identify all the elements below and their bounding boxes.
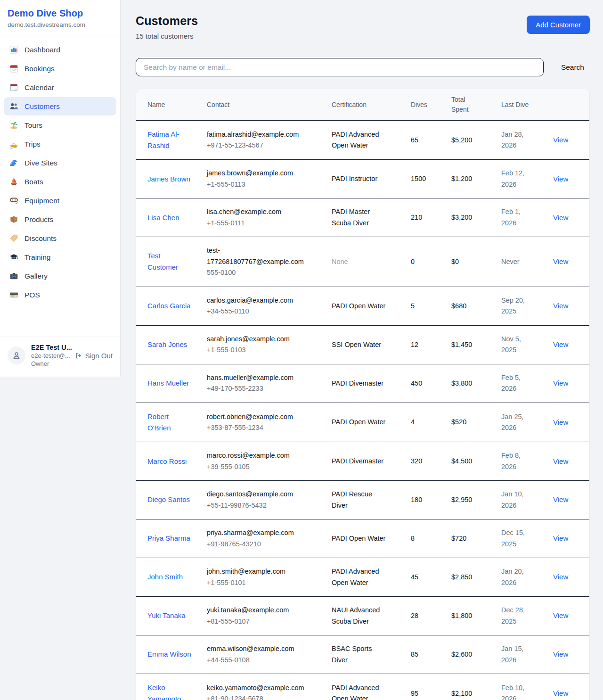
col-header-total-spent: Total Spent xyxy=(451,89,501,121)
view-customer-link[interactable]: View xyxy=(553,611,568,619)
gallery-icon xyxy=(9,272,18,280)
sidebar-item-customers[interactable]: Customers xyxy=(4,97,116,115)
calendar-icon xyxy=(9,83,18,92)
customer-total-spent: $2,850 xyxy=(451,573,472,581)
search-input[interactable] xyxy=(136,58,544,76)
customer-name-link[interactable]: John Smith xyxy=(147,571,183,583)
sidebar-item-calendar[interactable]: Calendar xyxy=(4,78,116,97)
view-customer-link[interactable]: View xyxy=(553,495,568,503)
sidebar-item-discounts[interactable]: Discounts xyxy=(4,229,116,247)
customer-total-spent: $680 xyxy=(451,302,466,310)
view-customer-link[interactable]: View xyxy=(553,650,568,658)
sign-out-icon xyxy=(75,352,82,359)
contact-cell: test-1772681807767@example.com 555-0100 xyxy=(207,237,332,287)
customer-email: marco.rossi@example.com xyxy=(207,450,308,461)
view-cell: View xyxy=(553,121,590,160)
view-customer-link[interactable]: View xyxy=(553,214,568,222)
customer-last-dive: Jan 28, 2026 xyxy=(501,131,524,149)
customer-row: Carlos Garcia carlos.garcia@example.com … xyxy=(136,287,590,325)
col-header-last-dive: Last Dive xyxy=(501,89,553,121)
customer-name-link[interactable]: Emma Wilson xyxy=(147,649,191,660)
sidebar-item-dive-sites[interactable]: Dive Sites xyxy=(4,154,116,172)
sidebar-item-bookings[interactable]: 17 Bookings xyxy=(4,59,116,78)
sidebar-item-dashboard[interactable]: Dashboard xyxy=(4,41,116,59)
dive-sites-icon xyxy=(9,158,18,167)
customer-email: yuki.tanaka@example.com xyxy=(207,605,308,616)
view-cell: View xyxy=(553,198,590,237)
name-cell: James Brown xyxy=(136,160,207,198)
view-customer-link[interactable]: View xyxy=(553,573,568,581)
customer-name-link[interactable]: Test Customer xyxy=(147,250,193,273)
sidebar-item-pos[interactable]: POS xyxy=(4,286,116,304)
sidebar-item-label: Products xyxy=(24,215,53,224)
customer-name-link[interactable]: Lisa Chen xyxy=(147,212,179,223)
name-cell: Test Customer xyxy=(136,237,207,287)
customer-name-link[interactable]: Yuki Tanaka xyxy=(147,610,186,621)
dives-cell: 0 xyxy=(411,237,451,287)
sidebar-item-boats[interactable]: Boats xyxy=(4,173,116,191)
view-customer-link[interactable]: View xyxy=(553,379,568,387)
sign-out-button[interactable]: Sign Out xyxy=(75,352,113,360)
sidebar-item-products[interactable]: Products xyxy=(4,210,116,229)
search-button[interactable]: Search xyxy=(555,59,590,75)
col-header-dives: Dives xyxy=(411,89,451,121)
certification-cell: PADI Open Water xyxy=(332,519,411,558)
customer-name-link[interactable]: Keiko Yamamoto xyxy=(147,682,193,700)
view-customer-link[interactable]: View xyxy=(553,418,568,426)
add-customer-button[interactable]: Add Customer xyxy=(527,16,590,34)
customer-name-link[interactable]: Hans Mueller xyxy=(147,378,189,389)
customer-name-link[interactable]: Marco Rossi xyxy=(147,456,187,467)
customer-last-dive: Never xyxy=(501,258,520,265)
customer-certification: PADI Open Water xyxy=(332,535,385,542)
avatar xyxy=(8,346,25,364)
customer-name-link[interactable]: Carlos Garcia xyxy=(147,300,191,312)
user-name: E2E Test U... xyxy=(31,344,69,351)
certification-cell: NAUI Advanced Scuba Diver xyxy=(332,597,411,635)
total-spent-cell: $3,800 xyxy=(451,364,501,403)
view-cell: View xyxy=(553,481,590,519)
view-customer-link[interactable]: View xyxy=(553,534,568,542)
customer-phone: +44-555-0108 xyxy=(207,655,308,666)
customer-phone: +353-87-555-1234 xyxy=(207,422,308,433)
sidebar-item-trips[interactable]: Trips xyxy=(4,135,116,153)
customer-name-link[interactable]: Priya Sharma xyxy=(147,533,190,544)
customer-phone: +49-170-555-2233 xyxy=(207,383,308,394)
last-dive-cell: Nov 5, 2025 xyxy=(501,325,553,364)
customer-name-link[interactable]: Fatima Al-Rashid xyxy=(147,129,193,151)
view-customer-link[interactable]: View xyxy=(553,302,568,310)
customer-name-link[interactable]: Robert O'Brien xyxy=(147,411,193,434)
sidebar-item-equipment[interactable]: Equipment xyxy=(4,191,116,210)
view-customer-link[interactable]: View xyxy=(553,136,568,144)
certification-cell: BSAC Sports Diver xyxy=(332,635,411,674)
customer-name-link[interactable]: James Brown xyxy=(147,173,190,185)
customer-email: emma.wilson@example.com xyxy=(207,643,308,654)
customer-total-spent: $0 xyxy=(451,258,459,265)
page-header: Customers 15 total customers Add Custome… xyxy=(136,14,590,40)
customer-row: Robert O'Brien robert.obrien@example.com… xyxy=(136,403,590,442)
certification-cell: PADI Advanced Open Water xyxy=(332,558,411,597)
sidebar-item-gallery[interactable]: Gallery xyxy=(4,267,116,285)
sidebar-item-tours[interactable]: Tours xyxy=(4,116,116,134)
total-spent-cell: $720 xyxy=(451,519,501,558)
user-box: E2E Test U... e2e-tester@... Owner Sign … xyxy=(0,337,120,377)
name-cell: Diego Santos xyxy=(136,481,207,519)
customer-name-link[interactable]: Diego Santos xyxy=(147,494,190,505)
name-cell: John Smith xyxy=(136,558,207,597)
customer-total-spent: $520 xyxy=(451,418,466,426)
sidebar-item-training[interactable]: Training xyxy=(4,248,116,266)
view-customer-link[interactable]: View xyxy=(553,457,568,465)
equipment-icon xyxy=(9,196,18,205)
customer-email: priya.sharma@example.com xyxy=(207,527,308,538)
customer-phone: +81-555-0107 xyxy=(207,616,308,627)
view-customer-link[interactable]: View xyxy=(553,340,568,348)
certification-cell: PADI Open Water xyxy=(332,403,411,442)
customer-dives: 4 xyxy=(411,418,415,426)
customer-certification: PADI Advanced Open Water xyxy=(332,131,379,149)
view-cell: View xyxy=(553,442,590,481)
customer-email: lisa.chen@example.com xyxy=(207,206,308,217)
customer-name-link[interactable]: Sarah Jones xyxy=(147,339,187,350)
view-customer-link[interactable]: View xyxy=(553,257,568,265)
view-customer-link[interactable]: View xyxy=(553,175,568,183)
view-customer-link[interactable]: View xyxy=(553,689,568,697)
customer-dives: 5 xyxy=(411,302,415,310)
